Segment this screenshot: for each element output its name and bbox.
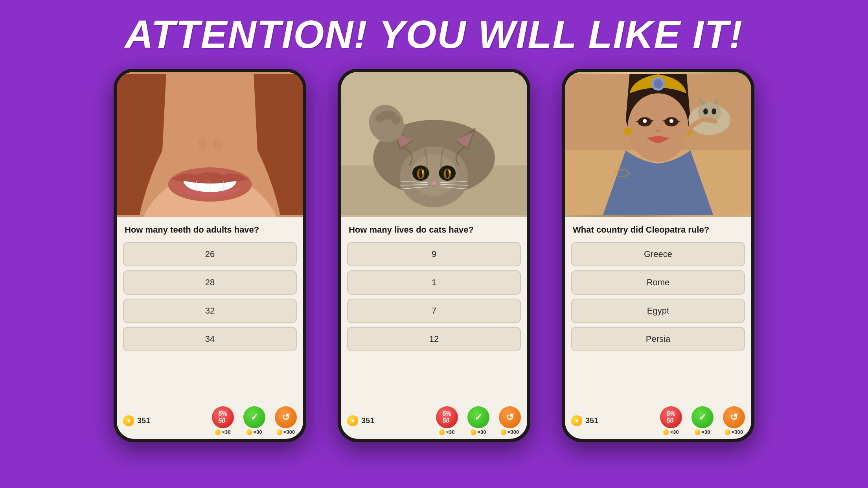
answers-area-2: 9 1 7 12	[341, 239, 527, 403]
phone-screen-1: How many teeth do adults have? 26 28 32 …	[117, 72, 303, 439]
coin-count-1: 351	[137, 416, 150, 425]
cost-label-2b: ×30	[477, 429, 486, 435]
coin-icon-3: ★	[571, 415, 582, 426]
question-area-3: What country did Cleopatra rule?	[565, 217, 751, 239]
cost-coin-1c	[277, 429, 282, 435]
phone-cats: How many lives do cats have? 9 1 7 12 ★ …	[338, 69, 530, 442]
answer-btn-3-3[interactable]: Persia	[571, 327, 745, 351]
powerups-2: 5%50 ×30 ✓ ×30	[436, 406, 521, 435]
page-title: ATTENTION! YOU WILL LIKE IT!	[125, 12, 743, 57]
cost-coin-3c	[725, 429, 730, 435]
cost-label-2a: ×30	[446, 429, 454, 435]
svg-point-46	[624, 127, 631, 135]
bottom-bar-1: ★ 351 5%50 ×30 ✓	[117, 403, 303, 439]
powerup-check-3[interactable]: ✓ ×30	[691, 406, 714, 435]
svg-point-53	[712, 108, 716, 114]
answers-area-3: Greece Rome Egypt Persia	[565, 239, 751, 403]
answer-btn-1-3[interactable]: 34	[123, 327, 297, 351]
answer-btn-2-2[interactable]: 7	[347, 299, 521, 323]
phone-frame-1: How many teeth do adults have? 26 28 32 …	[114, 69, 306, 442]
bottom-bar-3: ★ 351 5%50 ×30 ✓	[565, 403, 751, 439]
coin-count-2: 351	[361, 416, 374, 425]
phone-screen-3: What country did Cleopatra rule? Greece …	[565, 72, 751, 439]
cost-coin-3b	[695, 429, 700, 435]
cost-coin-1b	[246, 429, 252, 435]
cost-label-3b: ×30	[701, 429, 710, 435]
answer-btn-3-1[interactable]: Rome	[571, 270, 745, 295]
powerup-check-2[interactable]: ✓ ×30	[467, 406, 489, 435]
answers-area-1: 26 28 32 34	[117, 239, 303, 403]
phone-image-cleopatra	[565, 72, 751, 217]
question-area-1: How many teeth do adults have?	[117, 217, 303, 239]
answer-btn-1-2[interactable]: 32	[123, 299, 297, 323]
powerup-cost-check-2: ×30	[471, 429, 486, 435]
powerups-1: 5%50 ×30 ✓ ×30	[212, 406, 297, 435]
question-text-2: How many lives do cats have?	[349, 224, 519, 236]
powerup-cost-swap-3: ×300	[725, 429, 743, 435]
powerup-cost-fifty-2: ×30	[439, 429, 454, 435]
phone-image-smile	[117, 72, 303, 217]
phone-frame-3: What country did Cleopatra rule? Greece …	[562, 69, 754, 442]
check-icon-2: ✓	[467, 406, 489, 428]
svg-point-23	[419, 169, 422, 178]
powerup-swap-1[interactable]: ↺ ×300	[275, 406, 297, 435]
powerup-cost-check-3: ×30	[695, 429, 710, 435]
phone-cleopatra: What country did Cleopatra rule? Greece …	[562, 69, 754, 442]
phone-screen-2: How many lives do cats have? 9 1 7 12 ★ …	[341, 72, 527, 439]
powerup-swap-3[interactable]: ↺ ×300	[723, 406, 745, 435]
powerup-cost-check-1: ×30	[246, 429, 262, 435]
coin-icon-2: ★	[347, 415, 358, 426]
phone-frame-2: How many lives do cats have? 9 1 7 12 ★ …	[338, 69, 530, 442]
answer-btn-2-3[interactable]: 12	[347, 327, 521, 351]
swap-icon-1: ↺	[275, 406, 297, 428]
bottom-bar-2: ★ 351 5%50 ×30 ✓	[341, 403, 527, 439]
svg-point-34	[375, 114, 384, 122]
phone-image-cat	[341, 72, 527, 217]
cost-label-2c: ×300	[508, 429, 519, 435]
svg-point-52	[703, 108, 708, 114]
answer-btn-1-1[interactable]: 28	[123, 270, 297, 295]
powerup-fifty-3[interactable]: 5%50 ×30	[660, 406, 682, 435]
cost-label-1b: ×30	[253, 429, 262, 435]
cost-label-3a: ×30	[670, 429, 679, 435]
swap-icon-2: ↺	[499, 406, 521, 428]
svg-point-45	[653, 79, 662, 88]
answer-btn-2-0[interactable]: 9	[347, 242, 521, 266]
swap-icon-3: ↺	[723, 406, 745, 428]
fifty-icon-1: 5%50	[212, 406, 234, 428]
svg-point-42	[643, 119, 647, 123]
svg-point-36	[392, 116, 401, 124]
coin-icon-1: ★	[123, 415, 134, 426]
coin-count-3: 351	[585, 416, 598, 425]
phone-teeth: How many teeth do adults have? 26 28 32 …	[114, 69, 306, 442]
svg-point-43	[669, 119, 673, 123]
fifty-icon-2: 5%50	[436, 406, 458, 428]
powerup-cost-fifty-1: ×30	[215, 429, 230, 435]
answer-btn-2-1[interactable]: 1	[347, 270, 521, 295]
cost-coin-1a	[215, 429, 221, 435]
powerups-3: 5%50 ×30 ✓ ×30	[660, 406, 745, 435]
powerup-cost-swap-1: ×300	[277, 429, 295, 435]
cost-coin-2b	[471, 429, 476, 435]
answer-btn-1-0[interactable]: 26	[123, 242, 297, 266]
answer-btn-3-0[interactable]: Greece	[571, 242, 745, 266]
cost-label-1c: ×300	[283, 429, 295, 435]
question-area-2: How many lives do cats have?	[341, 217, 527, 239]
svg-point-39	[628, 93, 689, 161]
powerup-swap-2[interactable]: ↺ ×300	[499, 406, 521, 435]
powerup-cost-fifty-3: ×30	[663, 429, 679, 435]
answer-btn-3-2[interactable]: Egypt	[571, 299, 745, 323]
powerup-check-1[interactable]: ✓ ×30	[243, 406, 265, 435]
phones-row: How many teeth do adults have? 26 28 32 …	[114, 69, 754, 442]
powerup-cost-swap-2: ×300	[501, 429, 519, 435]
question-text-1: How many teeth do adults have?	[125, 224, 295, 236]
check-icon-1: ✓	[243, 406, 265, 428]
svg-point-24	[446, 169, 449, 178]
svg-point-7	[213, 138, 222, 152]
powerup-fifty-2[interactable]: 5%50 ×30	[436, 406, 458, 435]
cost-coin-2c	[501, 429, 506, 435]
cost-coin-2a	[439, 429, 445, 435]
cost-label-1a: ×30	[222, 429, 230, 435]
cost-label-3c: ×300	[732, 429, 743, 435]
powerup-fifty-1[interactable]: 5%50 ×30	[212, 406, 234, 435]
